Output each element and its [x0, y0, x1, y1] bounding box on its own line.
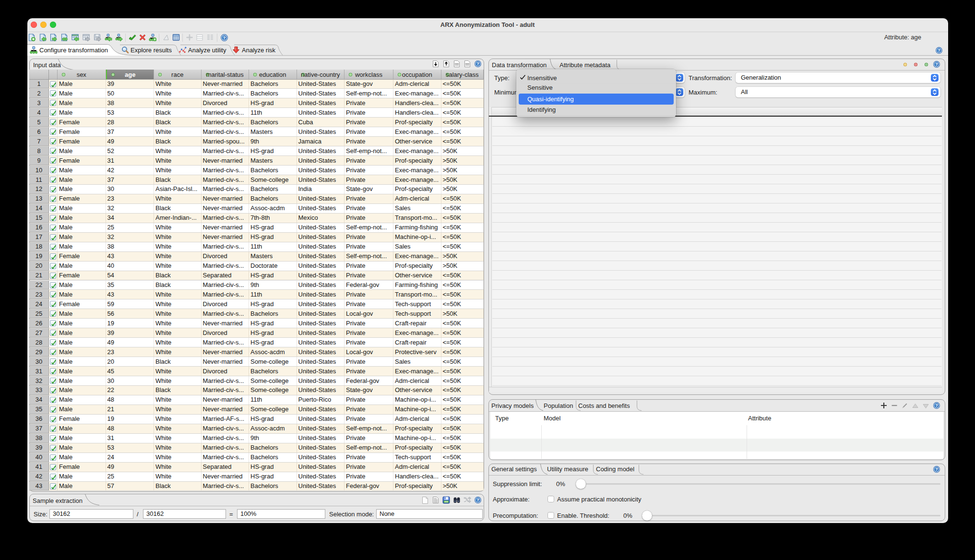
svg-text:?: ? — [938, 48, 940, 53]
svg-text:?: ? — [935, 467, 938, 472]
svg-text:?: ? — [476, 498, 479, 502]
svg-text:?: ? — [935, 403, 938, 408]
svg-text:?: ? — [935, 62, 938, 67]
svg-text:?: ? — [476, 61, 479, 66]
svg-text:?: ? — [223, 35, 226, 40]
